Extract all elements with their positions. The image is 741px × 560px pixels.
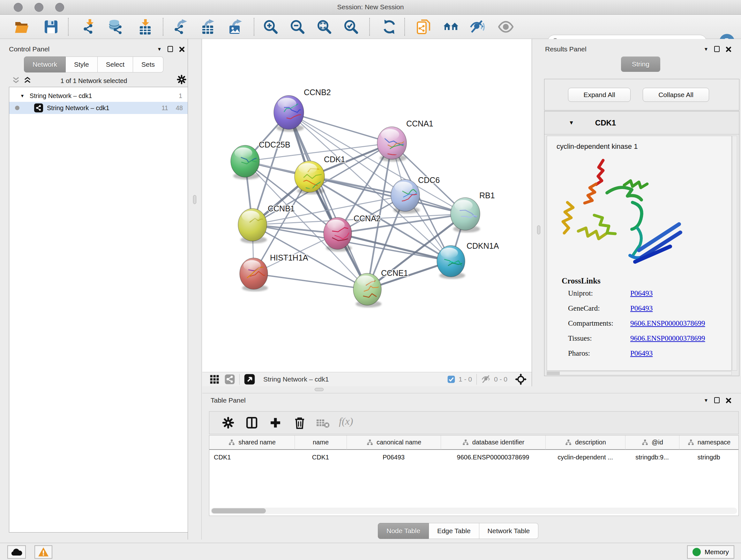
application-window: Session: New Session ? Control Panel ▼ N… <box>0 0 741 560</box>
network-label: String Network – cdk1 <box>47 105 110 112</box>
delete-column-icon[interactable] <box>293 416 307 429</box>
export-image-icon[interactable] <box>227 19 243 35</box>
results-vertical-scrollbar[interactable] <box>732 136 737 371</box>
open-session-icon[interactable] <box>14 19 29 35</box>
import-table-from-file-icon[interactable] <box>137 19 152 35</box>
hidden-eye-icon[interactable] <box>481 374 491 384</box>
close-panel-icon[interactable] <box>179 46 185 52</box>
panel-menu-icon[interactable]: ▼ <box>704 47 709 51</box>
network-edge-HIST1H1A-CCNE1[interactable] <box>254 273 367 289</box>
node-table: shared namenamecanonical namedatabase id… <box>209 435 739 516</box>
crosslink-link[interactable]: 9606.ENSP00000378699 <box>630 319 705 327</box>
cloud-status-button[interactable] <box>7 545 26 559</box>
tab-edge-table[interactable]: Edge Table <box>429 523 479 539</box>
warnings-button[interactable] <box>35 545 52 559</box>
tab-node-table[interactable]: Node Table <box>378 523 429 539</box>
crosslink-link[interactable]: P06493 <box>630 349 653 358</box>
expand-all-button[interactable]: Expand All <box>568 88 630 102</box>
tab-sets[interactable]: Sets <box>133 57 163 72</box>
network-options-gear-icon[interactable] <box>176 74 187 85</box>
hide-selected-icon[interactable] <box>469 19 485 35</box>
save-session-icon[interactable] <box>44 19 59 35</box>
column-header-database-identifier[interactable]: database identifier <box>441 435 545 450</box>
column-header-namespace[interactable]: namespace <box>679 435 738 450</box>
fit-selected-crosshair-icon[interactable] <box>515 374 527 385</box>
crosslink-row: Tissues:9606.ENSP00000378699 <box>568 334 726 343</box>
show-all-icon[interactable] <box>498 19 514 35</box>
table-cell[interactable]: CDK1 <box>209 450 294 464</box>
zoom-selected-icon[interactable] <box>343 19 359 35</box>
column-header-description[interactable]: description <box>545 435 625 450</box>
panel-menu-icon[interactable]: ▼ <box>704 398 709 402</box>
float-panel-icon[interactable] <box>714 46 720 52</box>
column-header-shared-name[interactable]: shared name <box>209 435 294 450</box>
table-cell[interactable]: 9606.ENSP00000378699 <box>441 450 545 464</box>
left-splitter[interactable] <box>188 39 202 540</box>
network-edge-CCNB2-CCNA1[interactable] <box>289 112 392 143</box>
left-splitter-handle[interactable] <box>193 195 196 204</box>
duplicate-network-icon[interactable] <box>416 19 431 35</box>
close-panel-icon[interactable] <box>725 397 731 403</box>
table-cell[interactable]: P06493 <box>347 450 441 464</box>
birds-eye-view-icon[interactable] <box>244 374 255 385</box>
network-collection-row[interactable]: ▼ String Network – cdk1 1 <box>9 90 188 102</box>
table-horizontal-scrollbar[interactable] <box>211 508 737 514</box>
selected-checkbox-icon[interactable] <box>447 375 455 383</box>
export-table-icon[interactable] <box>200 19 215 35</box>
column-header-id[interactable]: @id <box>625 435 679 450</box>
tab-style[interactable]: Style <box>66 57 98 72</box>
results-scrollbar-thumb[interactable] <box>547 372 560 375</box>
refresh-view-icon[interactable] <box>382 19 397 35</box>
grid-view-icon[interactable] <box>209 374 219 384</box>
create-column-icon[interactable] <box>269 416 282 429</box>
network-canvas[interactable]: CCNB2CCNA1CDC25BCDK1CDC6RB1CCNB1CCNA2CDK… <box>202 39 532 372</box>
network-row[interactable]: String Network – cdk1 11 48 <box>9 102 188 114</box>
right-splitter-handle[interactable] <box>537 226 540 234</box>
table-cell[interactable]: CDK1 <box>294 450 347 464</box>
zoom-out-icon[interactable] <box>290 19 305 35</box>
table-cell[interactable]: cyclin-dependent ... <box>545 450 625 464</box>
horizontal-splitter[interactable] <box>202 386 741 393</box>
table-options-gear-icon[interactable] <box>221 416 235 429</box>
delete-table-icon[interactable] <box>316 418 330 428</box>
crosslink-link[interactable]: 9606.ENSP00000378699 <box>630 334 705 343</box>
table-scrollbar-thumb[interactable] <box>212 508 266 513</box>
import-network-from-database-icon[interactable] <box>108 19 123 35</box>
gene-section-header[interactable]: ▼ CDK1 <box>544 111 739 134</box>
results-panel-title: Results Panel <box>545 45 587 53</box>
collection-disclosure-icon[interactable]: ▼ <box>20 93 24 98</box>
zoom-in-icon[interactable] <box>263 19 278 35</box>
results-horizontal-scrollbar[interactable] <box>547 371 732 375</box>
collapse-all-button[interactable]: Collapse All <box>643 88 709 102</box>
first-neighbors-icon[interactable] <box>443 19 459 35</box>
horizontal-splitter-handle[interactable] <box>315 388 324 391</box>
gene-disclosure-icon[interactable]: ▼ <box>569 120 574 126</box>
tab-select[interactable]: Select <box>98 57 133 72</box>
memory-button[interactable]: Memory <box>687 545 734 559</box>
string-tab-icon[interactable] <box>225 374 235 384</box>
export-network-icon[interactable] <box>173 19 188 35</box>
node-label-CDC25B: CDC25B <box>259 140 290 149</box>
crosslink-link[interactable]: P06493 <box>630 289 653 298</box>
show-columns-icon[interactable] <box>245 416 259 429</box>
network-edge-CCNB2-CCNE1[interactable] <box>289 112 367 289</box>
float-panel-icon[interactable] <box>714 397 720 403</box>
network-graph[interactable]: CCNB2CCNA1CDC25BCDK1CDC6RB1CCNB1CCNA2CDK… <box>202 39 532 372</box>
panel-menu-icon[interactable]: ▼ <box>157 47 162 51</box>
crosslink-row: Compartments:9606.ENSP00000378699 <box>568 319 726 327</box>
column-header-canonical-name[interactable]: canonical name <box>347 435 441 450</box>
tab-network-table[interactable]: Network Table <box>479 523 539 539</box>
function-builder-icon[interactable]: f(x) <box>339 415 353 427</box>
import-network-from-file-icon[interactable] <box>81 19 96 35</box>
column-label: shared name <box>239 439 276 446</box>
table-cell[interactable]: stringdb:9... <box>625 450 679 464</box>
table-cell[interactable]: stringdb <box>679 450 738 464</box>
tab-network[interactable]: Network <box>24 57 66 72</box>
crosslink-link[interactable]: P06493 <box>630 304 653 313</box>
zoom-fit-icon[interactable] <box>317 19 332 35</box>
float-panel-icon[interactable] <box>167 46 173 52</box>
column-header-name[interactable]: name <box>294 435 347 450</box>
node-count: 11 <box>161 105 168 112</box>
tab-string[interactable]: String <box>621 57 660 72</box>
close-panel-icon[interactable] <box>725 46 731 52</box>
